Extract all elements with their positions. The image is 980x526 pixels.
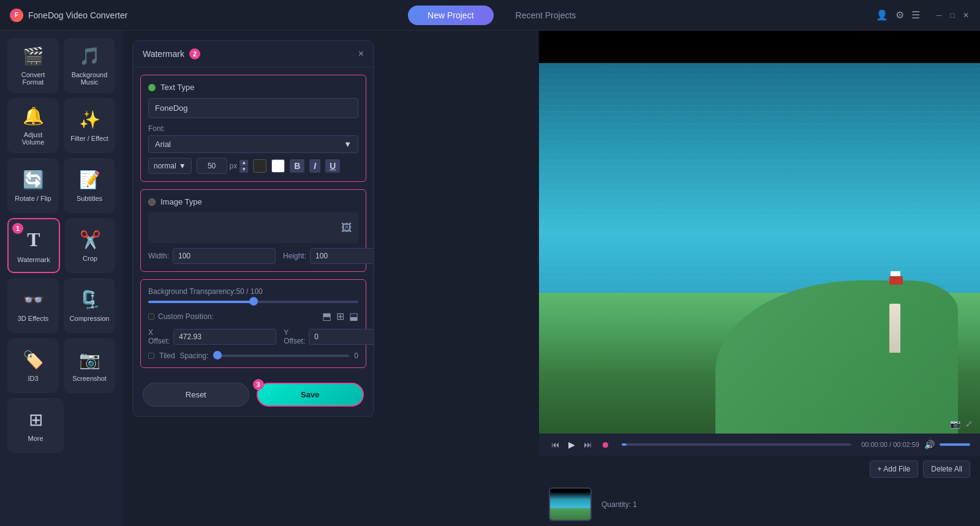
spacing-slider[interactable]: [213, 355, 349, 357]
sidebar-item-more[interactable]: ⊞ More: [7, 398, 64, 453]
align-bottom-icon[interactable]: ⬓: [349, 310, 358, 322]
bold-button[interactable]: B: [290, 159, 304, 173]
reset-button[interactable]: Reset: [143, 383, 249, 407]
y-offset-input[interactable]: [309, 329, 374, 345]
font-dropdown-icon: ▼: [344, 140, 352, 149]
align-top-icon[interactable]: ⬒: [322, 310, 331, 322]
center-panel: Watermark 2 × Text Type Font:: [123, 31, 539, 526]
dialog-close-button[interactable]: ×: [358, 48, 364, 59]
sidebar-item-crop[interactable]: ✂️ Crop: [65, 218, 115, 273]
text-bg-color-swatch[interactable]: [271, 159, 285, 173]
thumbnail-item[interactable]: [549, 487, 592, 521]
font-size-input[interactable]: [197, 158, 227, 174]
sidebar-item-compression[interactable]: 🗜️ Compression: [64, 278, 115, 333]
sidebar-item-label-filter-effect: Filter / Effect: [70, 135, 108, 142]
size-down-button[interactable]: ▼: [239, 167, 248, 173]
width-group: Width:: [148, 248, 276, 264]
user-icon[interactable]: 👤: [876, 9, 888, 21]
save-badge: 3: [253, 379, 264, 390]
sidebar-item-screenshot[interactable]: 📷 Screenshot: [64, 338, 115, 393]
volume-slider[interactable]: [940, 443, 970, 446]
window-controls: ─ □ ✕: [935, 11, 970, 20]
id3-icon: 🏷️: [23, 350, 44, 370]
menu-icon[interactable]: ☰: [911, 9, 920, 21]
sidebar-item-watermark[interactable]: 1 T Watermark: [7, 218, 60, 273]
tiled-checkbox[interactable]: [148, 353, 154, 359]
lighthouse-top: [889, 276, 903, 285]
sidebar-item-filter-effect[interactable]: ✨ Filter / Effect: [64, 98, 115, 153]
sidebar-item-label-compression: Compression: [70, 315, 110, 322]
sidebar-row-3: 🔄 Rotate / Flip 📝 Subtitles: [7, 158, 115, 213]
text-type-radio[interactable]: [148, 84, 156, 91]
background-transparency-section: Background Transparency:50 / 100 Custom …: [140, 279, 366, 368]
height-label: Height:: [283, 252, 306, 260]
custom-position-row: Custom Position: ⬒ ⊞ ⬓: [148, 310, 358, 322]
underline-button[interactable]: U: [325, 159, 340, 173]
size-up-button[interactable]: ▲: [239, 160, 248, 166]
italic-button[interactable]: I: [309, 159, 320, 173]
x-offset-label: X Offset:: [148, 328, 170, 345]
style-dropdown-icon: ▼: [179, 162, 186, 170]
x-offset-input[interactable]: [173, 329, 276, 345]
transparency-slider-fill: [148, 301, 254, 303]
thumb-scene: [550, 489, 590, 520]
height-input[interactable]: [310, 248, 374, 264]
sidebar-item-convert-format[interactable]: 🎬 Convert Format: [7, 38, 59, 93]
minimize-button[interactable]: ─: [935, 11, 943, 20]
progress-fill: [622, 443, 627, 446]
image-type-label: Image Type: [160, 197, 202, 206]
sidebar-item-subtitles[interactable]: 📝 Subtitles: [64, 158, 115, 213]
progress-bar[interactable]: [622, 443, 851, 446]
image-type-section: Image Type 🖼 Width: Height:: [140, 189, 366, 272]
skip-forward-button[interactable]: ⏭: [581, 438, 595, 451]
compression-icon: 🗜️: [79, 290, 100, 310]
sidebar-row-1: 🎬 Convert Format 🎵 Background Music: [7, 38, 115, 93]
skip-back-button[interactable]: ⏮: [549, 438, 562, 451]
font-select[interactable]: Arial ▼: [148, 135, 358, 153]
y-offset-label: Y Offset:: [284, 328, 305, 345]
sidebar-item-adjust-volume[interactable]: 🔔 Adjust Volume: [7, 98, 59, 153]
expand-button[interactable]: ⤢: [965, 419, 973, 429]
camera-button[interactable]: 📷: [950, 419, 960, 429]
sidebar-item-id3[interactable]: 🏷️ ID3: [7, 338, 59, 393]
transparency-slider-thumb[interactable]: [249, 297, 258, 306]
x-offset-group: X Offset:: [148, 328, 276, 345]
sidebar-row-4: 1 T Watermark ✂️ Crop: [7, 218, 115, 273]
add-file-button[interactable]: + Add File: [870, 460, 919, 478]
text-color-swatch[interactable]: [253, 159, 266, 173]
recent-projects-tab[interactable]: Recent Projects: [496, 6, 596, 25]
watermark-text-input[interactable]: [148, 98, 358, 118]
image-type-radio[interactable]: [148, 198, 156, 206]
sidebar-item-label-adjust-volume: Adjust Volume: [12, 131, 54, 146]
spacing-slider-thumb[interactable]: [213, 351, 222, 359]
font-value: Arial: [155, 140, 171, 149]
sidebar-item-label-id3: ID3: [28, 375, 38, 382]
maximize-button[interactable]: □: [948, 11, 957, 20]
new-project-tab[interactable]: New Project: [408, 6, 493, 25]
dialog-buttons: Reset 3 Save: [133, 375, 374, 416]
sidebar-item-3d-effects[interactable]: 👓 3D Effects: [7, 278, 59, 333]
lighthouse-scene: [539, 31, 980, 434]
align-center-icon[interactable]: ⊞: [336, 310, 344, 322]
save-button[interactable]: 3 Save: [257, 383, 364, 407]
record-button[interactable]: ⏺: [598, 438, 612, 451]
font-row: Font: Arial ▼: [148, 124, 358, 153]
custom-position-checkbox[interactable]: [148, 314, 154, 320]
volume-icon[interactable]: 🔊: [924, 440, 935, 449]
spacing-label: Spacing:: [180, 351, 209, 360]
image-upload-area[interactable]: 🖼: [148, 212, 358, 243]
crop-icon: ✂️: [80, 230, 101, 250]
delete-all-button[interactable]: Delete All: [923, 460, 970, 478]
close-button[interactable]: ✕: [962, 11, 970, 20]
tab-bar: New Project Recent Projects: [127, 6, 876, 25]
more-icon: ⊞: [29, 410, 43, 430]
sidebar-item-background-music[interactable]: 🎵 Background Music: [64, 38, 115, 93]
y-offset-group: Y Offset:: [284, 328, 374, 345]
play-button[interactable]: ▶: [566, 438, 578, 451]
sidebar-item-rotate-flip[interactable]: 🔄 Rotate / Flip: [7, 158, 59, 213]
dialog-title-group: Watermark 2: [143, 48, 200, 59]
style-select[interactable]: normal ▼: [148, 158, 192, 174]
video-controls: ⏮ ▶ ⏭ ⏺: [549, 438, 612, 451]
width-input[interactable]: [173, 248, 276, 264]
settings-icon[interactable]: ⚙: [895, 9, 904, 21]
